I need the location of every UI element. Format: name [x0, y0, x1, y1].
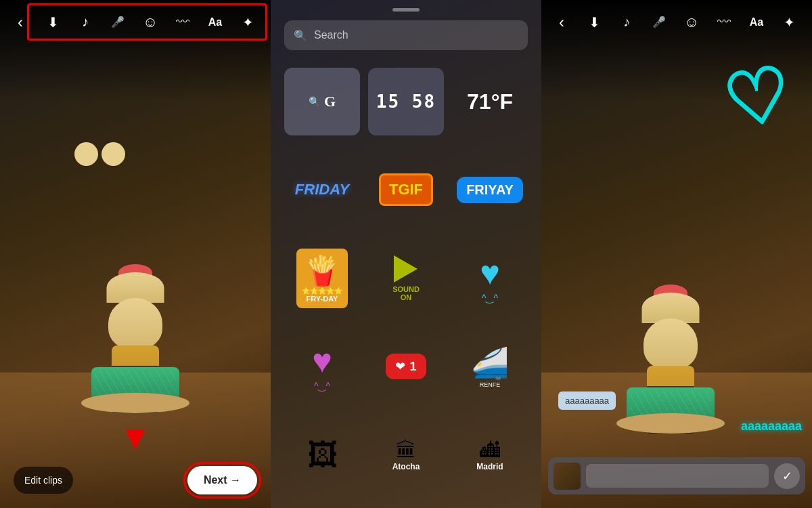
- thumbnail-preview: [554, 463, 581, 490]
- sound-arrow-icon: [394, 255, 418, 282]
- sticker-heart-blue-container: ♥ ^‿^: [480, 253, 500, 303]
- red-arrow-indicator: ▼: [118, 418, 152, 457]
- next-button-wrapper: Next →: [187, 466, 257, 494]
- sticker-cell-heart-purple[interactable]: ♥ ^‿^: [284, 333, 360, 400]
- sticker-search-bar[interactable]: 🔍 Search: [284, 20, 528, 50]
- toolbar-right: ‹ ⬇ ♪ 🎤 ☺ 〰 Aa ✦: [541, 0, 812, 44]
- amiibo-figure-left: [74, 142, 196, 413]
- sticker-train-container: 🚄 RENFE: [471, 345, 509, 388]
- sticker-temperature: 71°F: [467, 89, 513, 114]
- text-sticker-bottom-left: aaaaaaaaa: [558, 391, 616, 410]
- sticker-museum: 🖼: [307, 438, 338, 473]
- back-button[interactable]: ‹: [7, 9, 34, 36]
- sound-text: SOUNDON: [392, 285, 420, 301]
- text-sticker-bottom-right: aaaaaaaaa: [741, 419, 802, 433]
- sticker-cell-search-gif[interactable]: 🔍 G: [284, 68, 360, 135]
- right-mic-button[interactable]: 🎤: [646, 9, 673, 36]
- sticker-cell-museum[interactable]: 🖼: [284, 421, 360, 489]
- sticker-grid: 🔍 G 15 58 71°F FRIDAY TGIF FRIYAY: [271, 61, 541, 508]
- sticker-cell-time[interactable]: 15 58: [368, 68, 444, 135]
- temp-display: 71°F: [467, 89, 513, 114]
- right-back-button[interactable]: ‹: [548, 9, 575, 36]
- toolbar-left: ‹ ⬇ ♪ 🎤 ☺ 〰 Aa ✦: [0, 0, 271, 44]
- sticker-cell-train[interactable]: 🚄 RENFE: [452, 333, 528, 400]
- sticker-friyay: FRIYAY: [457, 177, 523, 203]
- ear-right: [102, 142, 125, 166]
- draw-button[interactable]: 〰: [169, 9, 196, 36]
- effects-button[interactable]: ✦: [234, 9, 261, 36]
- right-download-button[interactable]: ⬇: [581, 9, 608, 36]
- sticker-atocha-icon: 🏛: [396, 439, 416, 461]
- sticker-fries: 🍟: [302, 254, 342, 287]
- heart-face: ^‿^: [482, 293, 498, 303]
- sticker-heart-purple-container: ♥ ^‿^: [312, 341, 332, 391]
- music-button[interactable]: ♪: [72, 9, 99, 36]
- sticker-cell-friyay[interactable]: FRIYAY: [452, 156, 528, 224]
- sticker-search-gif: 🔍 G: [284, 68, 360, 135]
- right-draw-button[interactable]: 〰: [710, 9, 738, 36]
- sticker-time: 15 58: [368, 68, 444, 135]
- sticker-cell-heart-blue[interactable]: ♥ ^‿^: [452, 245, 528, 312]
- amiibo-figure-right: [610, 163, 731, 433]
- sticker-friday: FRIDAY: [295, 181, 349, 198]
- text-input-bar[interactable]: [586, 464, 769, 488]
- sticker-cell-madrid[interactable]: 🏙 Madrid: [452, 421, 528, 489]
- right-emoji-button[interactable]: ☺: [678, 9, 705, 36]
- sticker-cell-like[interactable]: ❤ 1: [368, 333, 444, 400]
- search-placeholder: Search: [314, 29, 348, 41]
- sticker-atocha-container: 🏛 Atocha: [392, 439, 420, 471]
- right-panel: ♡ aaaaaaaaa aaaaaaaaa ‹ ⬇ ♪ 🎤 ☺ 〰 Aa ✦ ✓: [541, 0, 812, 508]
- head: [108, 298, 162, 349]
- right-effects-button[interactable]: ✦: [775, 9, 803, 36]
- mic-button[interactable]: 🎤: [104, 9, 131, 36]
- sticker-heart-purple: ♥: [312, 341, 332, 381]
- time-display: 15 58: [376, 91, 436, 112]
- sticker-cell-fries[interactable]: 🍟 ⭐⭐⭐⭐⭐ FRY-DAY: [284, 245, 360, 312]
- sticker-sound-on: SOUNDON: [392, 255, 420, 301]
- heart-face-purple: ^‿^: [314, 381, 330, 391]
- sticker-cell-tgif[interactable]: TGIF: [368, 156, 444, 224]
- sticker-tgif: TGIF: [379, 173, 433, 206]
- sticker-madrid-icon: 🏙: [480, 439, 500, 461]
- sticker-fries-container: 🍟 ⭐⭐⭐⭐⭐ FRY-DAY: [296, 249, 348, 308]
- sticker-cell-sound[interactable]: SOUNDON: [368, 245, 444, 312]
- heart-drawing: ♡: [719, 56, 798, 141]
- drag-handle[interactable]: [392, 8, 420, 12]
- left-panel: ‹ ⬇ ♪ 🎤 ☺ 〰 Aa ✦ ▼ Edit clips Next →: [0, 0, 271, 508]
- confirm-button[interactable]: ✓: [774, 463, 800, 489]
- right-text-button[interactable]: Aa: [743, 9, 770, 36]
- base: [81, 393, 189, 413]
- sticker-train: 🚄: [471, 346, 509, 381]
- ear-left: [74, 142, 98, 166]
- text-button[interactable]: Aa: [202, 9, 229, 36]
- bottom-bar-right: ✓: [548, 457, 805, 494]
- middle-panel: 🔍 Search 🔍 G 15 58 71°F FRIDAY TGIF: [271, 0, 541, 508]
- right-music-button[interactable]: ♪: [613, 9, 640, 36]
- sticker-madrid-container: 🏙 Madrid: [476, 439, 503, 471]
- sticker-cell-atocha[interactable]: 🏛 Atocha: [368, 421, 444, 489]
- download-button[interactable]: ⬇: [39, 9, 66, 36]
- sticker-madrid-text: Madrid: [476, 462, 503, 471]
- sticker-like: ❤ 1: [386, 354, 426, 379]
- search-icon: 🔍: [294, 29, 307, 42]
- sticker-atocha-text: Atocha: [392, 462, 420, 471]
- edit-clips-button[interactable]: Edit clips: [14, 467, 73, 494]
- sticker-heart-blue: ♥: [480, 253, 500, 293]
- next-button[interactable]: Next →: [187, 466, 257, 494]
- bottom-controls: Edit clips Next →: [0, 466, 271, 494]
- emoji-button[interactable]: ☺: [137, 9, 164, 36]
- sticker-cell-friday[interactable]: FRIDAY: [284, 156, 360, 224]
- sticker-cell-temp[interactable]: 71°F: [452, 68, 528, 135]
